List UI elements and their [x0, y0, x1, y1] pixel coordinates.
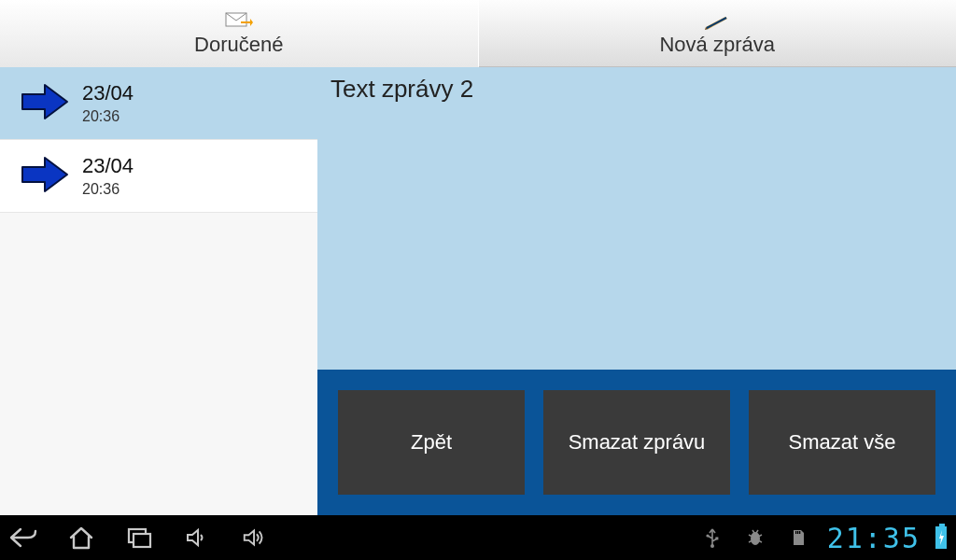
- volume-down-icon[interactable]: [183, 524, 211, 552]
- battery-charging-icon: [935, 526, 947, 549]
- svg-point-6: [710, 544, 714, 548]
- home-nav-icon[interactable]: [67, 524, 95, 552]
- system-nav-bar: 21:35: [0, 515, 956, 560]
- message-item[interactable]: 23/04 20:36: [0, 67, 317, 140]
- svg-rect-3: [134, 534, 150, 547]
- delete-all-button[interactable]: Smazat vše: [749, 390, 935, 495]
- back-nav-icon[interactable]: [9, 524, 37, 552]
- svg-rect-5: [715, 537, 718, 539]
- svg-rect-15: [797, 531, 798, 534]
- message-title: Text zprávy 2: [317, 67, 956, 104]
- message-date: 23/04: [82, 154, 134, 178]
- message-detail-pane: Text zprávy 2 Zpět Smazat zprávu Smazat …: [317, 67, 956, 515]
- compose-pen-icon: [703, 10, 731, 31]
- message-date: 23/04: [82, 81, 134, 105]
- sdcard-status-icon: [784, 524, 812, 552]
- svg-line-1: [707, 18, 726, 28]
- tab-compose[interactable]: Nová zpráva: [479, 0, 957, 67]
- svg-rect-16: [799, 531, 800, 534]
- tab-inbox-label: Doručené: [194, 33, 283, 57]
- back-button[interactable]: Zpět: [338, 390, 525, 495]
- volume-up-icon[interactable]: [241, 524, 269, 552]
- content-area: 23/04 20:36 23/04 20:36 Text zprávy 2 Zp…: [0, 67, 956, 515]
- svg-line-13: [756, 530, 758, 533]
- tab-compose-label: Nová zpráva: [659, 33, 775, 57]
- outgoing-arrow-icon: [13, 79, 73, 128]
- top-tabbar: Doručené Nová zpráva: [0, 0, 956, 67]
- svg-line-12: [752, 530, 754, 533]
- message-time: 20:36: [82, 107, 134, 125]
- svg-rect-14: [795, 531, 796, 534]
- message-time: 20:36: [82, 180, 134, 198]
- action-bar: Zpět Smazat zprávu Smazat vše: [317, 370, 956, 515]
- svg-point-7: [751, 532, 760, 545]
- status-clock: 21:35: [827, 522, 921, 554]
- svg-point-4: [706, 534, 709, 537]
- usb-status-icon: [698, 524, 726, 552]
- message-list: 23/04 20:36 23/04 20:36: [0, 67, 317, 515]
- outgoing-arrow-icon: [13, 152, 73, 201]
- delete-message-button[interactable]: Smazat zprávu: [543, 390, 730, 495]
- message-body: [317, 104, 956, 370]
- message-list-empty-area: [0, 213, 317, 515]
- message-item[interactable]: 23/04 20:36: [0, 140, 317, 213]
- tab-inbox[interactable]: Doručené: [0, 0, 479, 67]
- debug-status-icon: [741, 524, 769, 552]
- inbox-mail-icon: [225, 10, 253, 31]
- recent-apps-nav-icon[interactable]: [125, 524, 153, 552]
